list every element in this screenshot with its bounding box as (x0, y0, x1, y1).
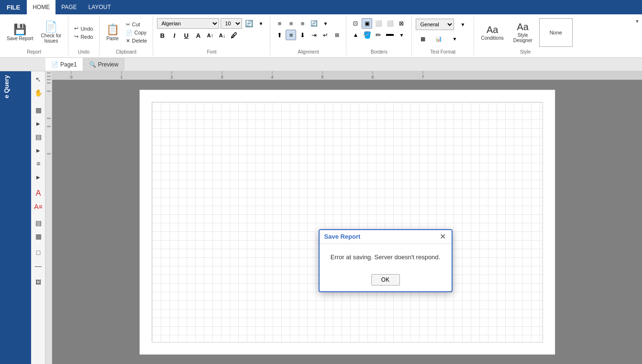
line-tool[interactable]: — (32, 260, 44, 272)
v-scroll-strip (45, 71, 52, 364)
ribbon-group-borders: ⊡ ▣ ⬜ ⬜ ⊠ ▲ 🪣 ✏ ▼ Borders (346, 16, 412, 55)
redo-button[interactable]: ↪ Redo (72, 33, 95, 40)
border-bg-button[interactable]: 🪣 (362, 30, 372, 40)
rich-text-tool[interactable]: A≡ (32, 200, 44, 213)
page-inner-grid (152, 102, 543, 342)
layout-menu[interactable]: LAYOUT (83, 0, 117, 14)
expand-tool-1[interactable]: ▶ (32, 117, 44, 130)
merge-button[interactable]: ⊞ (332, 30, 342, 40)
border-btn-3[interactable]: ⬜ (373, 18, 384, 29)
select-tool[interactable]: ↖ (32, 73, 44, 86)
main-area: e Query ↖ ✋ ▦ ▶ ▤ ▶ ≡ ▶ A A≡ ▤ ▦ □ — 🖼 (0, 71, 642, 364)
border-btn-2[interactable]: ▣ (362, 18, 372, 29)
ruler-tick-0: 0 (70, 71, 72, 79)
scroll-marker-2 (47, 76, 51, 77)
canvas-area: 0 1 2 3 4 5 6 7 Save Report ✕ (52, 71, 642, 364)
text-format-controls: General ▼ ▦ 📊 ▼ (416, 18, 470, 52)
highlight-button[interactable]: 🖊 (229, 30, 239, 41)
style-designer-button[interactable]: Aa StyleDesigner (510, 20, 535, 45)
font-size-select[interactable]: 10 (221, 18, 242, 29)
format-select[interactable]: General (416, 19, 454, 30)
font-name-select[interactable]: Algerian (157, 18, 219, 29)
border-btn-6[interactable]: ▲ (350, 30, 361, 40)
text-tool[interactable]: A (32, 187, 44, 199)
style-none-box[interactable]: None (539, 18, 573, 47)
text-rotate-button[interactable]: 🔄 (309, 18, 319, 29)
tf-table-btn[interactable]: ▦ (416, 33, 430, 45)
undo-group-label: Undo (68, 49, 99, 55)
cut-button[interactable]: ✂ Cut (124, 21, 149, 28)
copy-button[interactable]: 📄 Copy (124, 29, 149, 36)
font-color-button[interactable]: A (193, 30, 203, 41)
border-expand[interactable]: ▼ (396, 30, 407, 40)
dialog-close-button[interactable]: ✕ (439, 233, 447, 241)
shape-tool[interactable]: □ (32, 246, 44, 259)
border-btn-1[interactable]: ⊡ (350, 18, 361, 29)
font-grow-button[interactable]: A↑ (205, 30, 215, 41)
tab-page1[interactable]: 📄 Page1 (45, 58, 83, 71)
font-group-label: Font (153, 49, 270, 55)
align-dropdown[interactable]: ▼ (320, 18, 331, 29)
tab-page1-icon: 📄 (51, 61, 58, 68)
font-shrink-button[interactable]: A↓ (217, 30, 227, 41)
delete-button[interactable]: ✕ Delete (124, 37, 149, 44)
conditions-button[interactable]: Aa Conditions (478, 23, 506, 43)
font-dropdown-icon[interactable]: ▼ (255, 18, 266, 29)
tf-chart-btn[interactable]: 📊 (432, 33, 446, 45)
underline-button[interactable]: U (181, 30, 191, 41)
align-left-button[interactable]: ≡ (274, 18, 285, 29)
home-menu[interactable]: HOME (27, 0, 55, 14)
wrap-text-button[interactable]: ↵ (320, 30, 331, 40)
indent-button[interactable]: ⇥ (309, 30, 319, 40)
valign-bot-button[interactable]: ⬇ (297, 30, 308, 40)
hand-tool[interactable]: ✋ (32, 87, 44, 99)
clipboard-group-content: 📋 Paste ✂ Cut 📄 Copy ✕ Delete (103, 18, 149, 54)
page-menu[interactable]: PAGE (55, 0, 82, 14)
barcode-tool[interactable]: ▤ (32, 217, 44, 229)
expand-tool-3[interactable]: ▶ (32, 171, 44, 183)
tab-bar: 📄 Page1 🔍 Preview (0, 58, 642, 71)
border-pen-button[interactable]: ✏ (373, 30, 384, 40)
check-issues-button[interactable]: 📄 Check forIssues (38, 20, 65, 45)
style-designer-label: StyleDesigner (513, 33, 532, 43)
borders-controls: ⊡ ▣ ⬜ ⬜ ⊠ ▲ 🪣 ✏ ▼ (350, 18, 408, 47)
report-page: Save Report ✕ Error at saving. Server do… (139, 89, 555, 355)
band-tool[interactable]: ▤ (32, 131, 44, 143)
tab-preview[interactable]: 🔍 Preview (83, 58, 125, 71)
ruler-tick-1: 1 (120, 71, 122, 79)
undo-button[interactable]: ↩ Undo (72, 25, 95, 32)
border-btn-4[interactable]: ⬜ (385, 18, 395, 29)
align-center-button[interactable]: ≡ (286, 18, 296, 29)
report-group-content: 💾 Save Report 📄 Check forIssues (4, 18, 64, 54)
image-tool[interactable]: 🖼 (32, 276, 44, 288)
alignment-group-label: Alignment (270, 49, 346, 55)
align-right-button[interactable]: ≡ (297, 18, 308, 29)
list-tool[interactable]: ≡ (32, 157, 44, 170)
save-report-button[interactable]: 💾 Save Report (4, 22, 36, 43)
valign-mid-button[interactable]: ≡ (286, 30, 296, 40)
save-report-dialog: Save Report ✕ Error at saving. Server do… (319, 229, 453, 292)
borders-group-label: Borders (346, 49, 411, 55)
textformat-group-label: Text Format (412, 49, 474, 55)
border-btn-5[interactable]: ⊠ (396, 18, 407, 29)
format-expand[interactable]: ▼ (455, 18, 470, 31)
barcode2-tool[interactable]: ▦ (32, 230, 44, 243)
expand-tool-2[interactable]: ▶ (32, 144, 44, 156)
cut-icon: ✂ (126, 22, 130, 28)
italic-button[interactable]: I (169, 30, 179, 41)
ribbon-group-textformat: General ▼ ▦ 📊 ▼ Text Format (412, 16, 474, 55)
dialog-ok-button[interactable]: OK (371, 274, 400, 286)
valign-top-button[interactable]: ⬆ (274, 30, 285, 40)
bold-button[interactable]: B (157, 30, 167, 41)
tool-spacer (32, 100, 44, 103)
tool-panel: ↖ ✋ ▦ ▶ ▤ ▶ ≡ ▶ A A≡ ▤ ▦ □ — 🖼 (31, 71, 45, 364)
save-report-label: Save Report (7, 36, 33, 41)
ribbon-expand-btn[interactable]: ▼ (634, 18, 640, 24)
dialog-body: Error at saving. Server doesn't respond. (320, 244, 452, 270)
file-menu[interactable]: FILE (0, 0, 27, 14)
ruler-tick-2: 2 (170, 71, 173, 79)
table-tool[interactable]: ▦ (32, 104, 44, 116)
paste-button[interactable]: 📋 Paste (103, 22, 122, 43)
tf-expand-btn[interactable]: ▼ (447, 33, 462, 45)
scroll-marker-5 (47, 90, 51, 92)
